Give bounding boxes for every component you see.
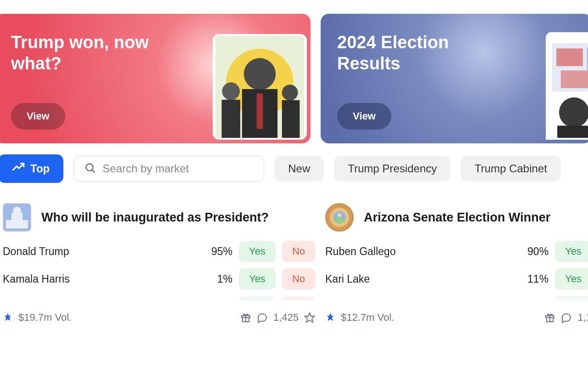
outcome-row: Other 4% Yes No <box>3 296 315 301</box>
svg-rect-6 <box>221 100 240 138</box>
markets-row: Who will be inaugurated as President? Do… <box>3 188 588 324</box>
search-input[interactable] <box>102 162 254 175</box>
market-card-inauguration[interactable]: Who will be inaugurated as President? Do… <box>3 203 315 324</box>
hero-view-button[interactable]: View <box>11 103 65 130</box>
hero-title: 2024 Election Results <box>337 32 480 74</box>
market-volume: $12.7m Vol. <box>341 312 394 324</box>
outcome-pct: 95% <box>197 245 232 258</box>
comment-count: 1,1 <box>577 312 588 324</box>
market-header: Who will be inaugurated as President? <box>3 203 315 232</box>
outcome-pct: 1% <box>197 273 232 285</box>
hero-image <box>213 34 307 140</box>
bet-yes-button[interactable]: Yes <box>239 296 276 301</box>
search-wrap[interactable] <box>74 156 264 182</box>
bet-no-button[interactable]: No <box>282 296 315 301</box>
svg-point-29 <box>338 213 341 217</box>
filter-chip-new[interactable]: New <box>274 156 324 182</box>
outcomes-list: Donald Trump 95% Yes No Kamala Harris 1%… <box>3 241 315 301</box>
pin-icon <box>325 312 335 323</box>
filter-row: Top New Trump Presidency Trump Cabinet <box>0 143 588 188</box>
svg-rect-15 <box>557 125 588 138</box>
outcome-row: Kari Lake 11% Yes <box>325 268 588 290</box>
pin-icon <box>3 312 13 323</box>
svg-rect-11 <box>556 48 583 66</box>
filter-chip-trump-cabinet[interactable]: Trump Cabinet <box>461 156 561 182</box>
filter-chip-trump-presidency[interactable]: Trump Presidency <box>334 156 451 182</box>
filter-chip-top[interactable]: Top <box>0 154 63 183</box>
trending-icon <box>12 161 25 176</box>
comment-icon[interactable] <box>257 312 268 323</box>
star-icon[interactable] <box>304 312 315 323</box>
svg-point-21 <box>13 207 21 215</box>
market-footer: $12.7m Vol. 1,1 <box>325 312 588 324</box>
hero-row: Trump won, now what? View 2024 Election … <box>0 0 588 143</box>
gift-icon[interactable] <box>240 312 251 323</box>
svg-rect-19 <box>6 220 28 228</box>
svg-point-7 <box>282 85 298 101</box>
market-thumbnail <box>325 203 354 232</box>
hero-view-button[interactable]: View <box>337 103 391 130</box>
outcome-row: Kamala Harris 1% Yes No <box>3 268 315 290</box>
market-header: Arizona Senate Election Winner <box>325 203 588 232</box>
outcomes-list: Ruben Gallego 90% Yes Kari Lake 11% Yes … <box>325 241 588 301</box>
hero-card-trump-now-what[interactable]: Trump won, now what? View <box>0 14 311 143</box>
hero-title: Trump won, now what? <box>11 32 181 74</box>
outcome-name: Ruben Gallego <box>325 245 506 258</box>
bet-yes-button[interactable]: Yes <box>555 268 588 290</box>
svg-rect-4 <box>257 93 263 129</box>
market-volume: $19.7m Vol. <box>18 312 72 324</box>
outcome-pct: 90% <box>513 245 548 258</box>
search-icon <box>84 162 96 176</box>
hero-image <box>546 32 588 140</box>
bet-yes-button[interactable]: Yes <box>555 296 588 301</box>
outcome-row: Ruben Gallego 90% Yes <box>325 241 588 262</box>
comment-icon[interactable] <box>561 312 572 323</box>
gift-icon[interactable] <box>544 312 555 323</box>
market-thumbnail <box>3 203 31 232</box>
svg-rect-13 <box>561 70 588 88</box>
bet-no-button[interactable]: No <box>282 268 315 290</box>
market-card-az-senate[interactable]: Arizona Senate Election Winner Ruben Gal… <box>325 203 588 324</box>
svg-point-5 <box>222 82 240 100</box>
outcome-name: Donald Trump <box>3 245 190 258</box>
comment-count: 1,425 <box>273 312 299 324</box>
svg-rect-28 <box>335 218 344 223</box>
bet-yes-button[interactable]: Yes <box>555 241 588 262</box>
hero-card-2024-election-results[interactable]: 2024 Election Results View <box>321 14 588 143</box>
outcome-name: Other <box>3 301 190 301</box>
outcome-name: Kari Lake <box>325 273 506 285</box>
outcome-row: Donald Trump 95% Yes No <box>3 241 315 262</box>
svg-line-17 <box>92 170 95 172</box>
svg-marker-25 <box>305 313 314 322</box>
market-footer: $19.7m Vol. 1,425 <box>3 312 315 324</box>
outcome-name: Kamala Harris <box>3 273 190 285</box>
outcome-pct: <1% <box>513 301 548 301</box>
outcome-row: <1% Yes <box>325 296 588 301</box>
outcome-pct: 11% <box>513 273 548 285</box>
bet-no-button[interactable]: No <box>282 241 315 262</box>
svg-rect-8 <box>282 100 300 138</box>
svg-point-14 <box>559 97 588 127</box>
market-title: Who will be inaugurated as President? <box>41 210 269 225</box>
chip-label: Top <box>30 162 50 175</box>
market-title: Arizona Senate Election Winner <box>364 210 550 225</box>
svg-point-2 <box>244 58 276 90</box>
outcome-pct: 4% <box>197 301 232 301</box>
bet-yes-button[interactable]: Yes <box>239 241 276 262</box>
bet-yes-button[interactable]: Yes <box>239 268 276 290</box>
